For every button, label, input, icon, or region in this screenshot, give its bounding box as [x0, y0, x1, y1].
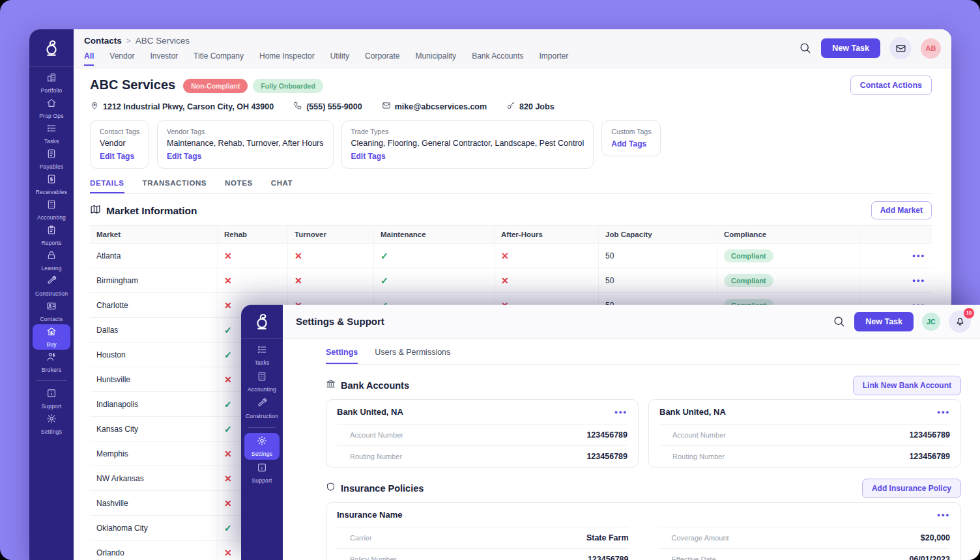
tab-investor[interactable]: Investor [150, 51, 178, 66]
sidebar-item-tasks[interactable]: Tasks [33, 121, 70, 147]
field-label: Account Number [672, 431, 726, 439]
avatar[interactable]: JC [922, 313, 940, 331]
add-tags-link[interactable]: Add Tags [611, 139, 651, 148]
more-options-icon[interactable]: ••• [937, 510, 950, 520]
breadcrumb-root[interactable]: Contacts [84, 36, 122, 46]
tab-chat[interactable]: CHAT [271, 179, 293, 193]
field-row-coverage-amount: Coverage Amount$20,000 [659, 527, 951, 548]
tab-details[interactable]: DETAILS [90, 179, 124, 193]
sidebar-item-contacts[interactable]: Contacts [33, 299, 70, 324]
cell-market: Atlanta [90, 244, 218, 268]
tab-municipality[interactable]: Municipality [415, 51, 456, 66]
cell-market: Kansas City [90, 417, 218, 441]
lock-icon [46, 250, 57, 263]
cell-market: Charlotte [90, 293, 218, 317]
link-new-bank-account-button[interactable]: Link New Bank Account [853, 376, 961, 395]
new-task-button[interactable]: New Task [821, 38, 880, 58]
tab-all[interactable]: All [84, 51, 94, 66]
tab-home-inspector[interactable]: Home Inspector [259, 51, 315, 66]
tab-transactions[interactable]: TRANSACTIONS [143, 179, 207, 193]
tab-corporate[interactable]: Corporate [365, 51, 399, 66]
field-row-routing-number: Routing Number123456789 [337, 445, 627, 467]
sidebar-item-accounting[interactable]: Accounting [33, 197, 70, 223]
bank-icon [326, 379, 336, 391]
sidebar-item-settings[interactable]: Settings [244, 433, 280, 460]
compliance-badge: Compliant [724, 249, 773, 262]
insurance-card: Insurance Name ••• CarrierState FarmPoli… [326, 502, 961, 560]
sidebar-item-support[interactable]: Support [33, 386, 70, 412]
sidebar-item-label: Portfolio [41, 87, 63, 94]
field-row-routing-number: Routing Number123456789 [659, 445, 950, 467]
tab-settings[interactable]: Settings [326, 348, 358, 364]
tag-card-value: Cleaning, Flooring, General Contractor, … [351, 139, 584, 148]
sidebar-divider [248, 427, 276, 428]
more-options-icon[interactable]: ••• [614, 407, 627, 417]
sidebar-item-receivables[interactable]: Receivables [33, 172, 70, 197]
new-task-button[interactable]: New Task [854, 312, 914, 331]
app-logo goose-logo-icon[interactable] [241, 305, 283, 339]
column-header-rehab: Rehab [218, 226, 288, 243]
sidebar-item-accounting[interactable]: Accounting [244, 369, 280, 395]
search-icon[interactable] [799, 42, 812, 55]
x-icon: ✕ [224, 449, 232, 459]
app-logo goose-logo-icon[interactable] [29, 29, 74, 67]
breadcrumb-current: ABC Services [136, 36, 190, 46]
tab-users-permissions[interactable]: Users & Permissions [375, 348, 450, 364]
cell-market: Birmingham [90, 268, 218, 292]
bell-icon[interactable]: 10 [949, 311, 971, 333]
check-icon: ✓ [224, 523, 232, 533]
tab-title-company[interactable]: Title Company [194, 51, 244, 66]
contact-actions-button[interactable]: Contact Actions [850, 76, 932, 95]
sidebar-item-leasing[interactable]: Leasing [33, 248, 70, 273]
column-header-market: Market [90, 226, 218, 243]
tab-vendor[interactable]: Vendor [109, 51, 134, 66]
tab-notes[interactable]: NOTES [225, 179, 253, 193]
add-insurance-policy-button[interactable]: Add Insurance Policy [862, 479, 961, 498]
settings-tabs: SettingsUsers & Permissions [326, 348, 961, 365]
avatar[interactable]: AB [921, 38, 941, 59]
sidebar-item-reports[interactable]: Reports [33, 223, 70, 248]
mail-icon[interactable] [889, 37, 912, 59]
search-icon[interactable] [833, 315, 846, 328]
tab-utility[interactable]: Utility [330, 51, 349, 66]
check-icon: ✓ [381, 251, 388, 261]
sidebar-item-label: Construction [35, 290, 68, 297]
sidebar-item-construction[interactable]: Construction [33, 273, 70, 299]
tab-importer[interactable]: Importer [540, 51, 569, 66]
insurance-fields-right: Coverage Amount$20,000Effective Date06/0… [648, 527, 961, 560]
add-market-button[interactable]: Add Market [871, 201, 932, 219]
sidebar-item-portfolio[interactable]: Portfolio [33, 70, 70, 96]
bank-name: Bank United, NA [337, 407, 403, 417]
notification-badge: 10 [964, 308, 974, 318]
status-badge-non-compliant: Non-Compliant [183, 79, 248, 93]
contact-info-pin: 1212 Industrial Pkwy, Carson City, OH 43… [90, 101, 274, 112]
sidebar-item-support[interactable]: Support [244, 460, 280, 486]
tag-card-title: Custom Tags [611, 128, 651, 135]
sidebar-item-construction[interactable]: Construction [244, 395, 280, 422]
edit-tags-link[interactable]: Edit Tags [351, 152, 584, 161]
contact-detail-tabs: DETAILSTRANSACTIONSNOTESCHAT [90, 179, 932, 194]
cell-after-hours: ✕ [495, 244, 599, 268]
more-options-icon[interactable]: ••• [912, 275, 925, 285]
edit-tags-link[interactable]: Edit Tags [167, 152, 323, 161]
sidebar-item-tasks[interactable]: Tasks [244, 342, 280, 369]
sidebar-item-prop-ops[interactable]: Prop Ops [33, 96, 70, 121]
cell-market: Nashville [90, 491, 218, 515]
sidebar-item-settings[interactable]: Settings [33, 412, 70, 437]
edit-tags-link[interactable]: Edit Tags [100, 152, 139, 161]
sidebar-item-brokers[interactable]: Brokers [33, 350, 70, 375]
sidebar-item-payables[interactable]: Payables [33, 147, 70, 172]
contact-info-text: 820 Jobs [519, 102, 555, 111]
insurance-fields: CarrierState FarmPolicy Number123456789 … [326, 527, 960, 560]
more-options-icon[interactable]: ••• [937, 407, 950, 417]
tab-bank-accounts[interactable]: Bank Accounts [472, 51, 523, 66]
wrench-icon [46, 275, 57, 288]
sidebar-item-buy[interactable]: Buy [33, 324, 70, 350]
cell-market: Dallas [90, 318, 218, 342]
column-header-after-hours: After-Hours [495, 226, 599, 243]
column-header-maintenance: Maintenance [374, 226, 495, 243]
check-icon: ✓ [224, 424, 232, 434]
more-options-icon[interactable]: ••• [912, 251, 925, 260]
contact-title-row: ABC Services Non-CompliantFully Onboarde… [90, 77, 932, 92]
cell-maintenance: ✓ [374, 244, 495, 268]
